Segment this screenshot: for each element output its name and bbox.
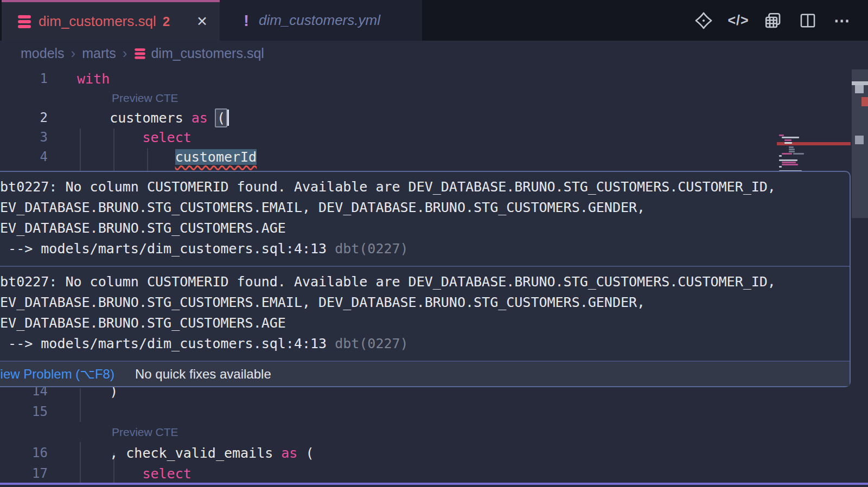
ruler-error-mark bbox=[861, 97, 868, 106]
minimap-code-line bbox=[782, 162, 796, 163]
minimap-code-line bbox=[784, 139, 792, 141]
code-token bbox=[77, 466, 142, 482]
database-icon bbox=[135, 48, 146, 59]
minimap-code-line bbox=[789, 149, 795, 150]
view-problem-link[interactable]: View Problem (⌥F8) bbox=[0, 367, 114, 382]
database-icon bbox=[18, 15, 31, 28]
close-icon[interactable]: ✕ bbox=[194, 12, 210, 30]
ruler-mark bbox=[855, 136, 864, 144]
problem-source-code: dbt(0227) bbox=[335, 336, 408, 351]
code-token: select bbox=[142, 130, 191, 145]
code-row: 4 customerId bbox=[0, 147, 868, 166]
code-row: Preview CTE bbox=[0, 422, 868, 443]
tab-title: dim_customers.yml bbox=[259, 12, 380, 29]
problem-location-line: --> models/marts/dim_customers.sql:4:13d… bbox=[0, 238, 850, 259]
code-line-content: select bbox=[48, 130, 192, 145]
problem-message-line: DEV_DATABASE.BRUNO.STG_CUSTOMERS.EMAIL, … bbox=[0, 197, 850, 217]
code-row: 2 customers as ( bbox=[0, 108, 868, 127]
chevron-right-icon: › bbox=[71, 45, 76, 62]
problem-source-code: dbt(0227) bbox=[335, 241, 408, 257]
problem-message-line: DEV_DATABASE.BRUNO.STG_CUSTOMERS.EMAIL, … bbox=[0, 292, 850, 312]
code-token bbox=[77, 445, 110, 461]
breadcrumb-item-models[interactable]: models bbox=[21, 46, 65, 61]
tab-dim-customers-sql[interactable]: dim_customers.sql 2 ✕ bbox=[2, 0, 220, 41]
line-number: 15 bbox=[0, 404, 48, 419]
tab-dim-customers-yml[interactable]: ! dim_customers.yml bbox=[220, 0, 422, 41]
problem-count-badge: 2 bbox=[163, 14, 170, 29]
codelens-preview-cte[interactable]: Preview CTE bbox=[112, 92, 178, 105]
code-token: ( bbox=[297, 445, 314, 461]
minimap-code-line bbox=[779, 134, 784, 136]
compiled-code-icon[interactable]: </> bbox=[728, 10, 749, 31]
code-token: , check_valid_emails bbox=[110, 445, 273, 461]
code-lines-top: 1withPreview CTE2 customers as (3 select… bbox=[0, 69, 868, 166]
minimap-code-line bbox=[782, 164, 798, 165]
problem-message-line: DEV_DATABASE.BRUNO.STG_CUSTOMERS.AGE bbox=[0, 217, 850, 238]
ruler-mark bbox=[852, 81, 868, 85]
code-row: 15 bbox=[0, 401, 868, 422]
query-results-icon[interactable] bbox=[763, 10, 783, 31]
ruler-mark bbox=[855, 85, 864, 93]
error-token-customerId: customerId bbox=[175, 149, 257, 165]
code-line-content: Preview CTE bbox=[48, 426, 178, 439]
code-line-content: customers as ( bbox=[48, 109, 229, 127]
code-row: 1with bbox=[0, 69, 868, 88]
breadcrumb-item-marts[interactable]: marts bbox=[82, 46, 116, 61]
editor-actions: </> ⋯ bbox=[693, 0, 868, 41]
problem-message-block: dbt0227: No column CUSTOMERID found. Ava… bbox=[0, 266, 850, 361]
code-token: with bbox=[77, 71, 110, 87]
scrollbar-overview-ruler[interactable] bbox=[852, 66, 868, 487]
minimap-code-line bbox=[779, 155, 782, 157]
code-token: ( bbox=[215, 108, 227, 127]
code-token bbox=[77, 149, 175, 165]
tab-title: dim_customers.sql bbox=[39, 13, 156, 30]
code-lines-bottom: 14 )15Preview CTE16 , check_valid_emails… bbox=[0, 381, 868, 484]
problem-location[interactable]: --> models/marts/dim_customers.sql:4:13 bbox=[8, 336, 327, 351]
code-line-content: , check_valid_emails as ( bbox=[48, 445, 314, 461]
line-number: 2 bbox=[0, 110, 48, 125]
chevron-right-icon: › bbox=[123, 45, 127, 62]
code-token: select bbox=[142, 466, 191, 482]
problem-message-line: dbt0227: No column CUSTOMERID found. Ava… bbox=[0, 176, 850, 197]
code-token bbox=[77, 110, 110, 126]
line-number: 4 bbox=[0, 149, 48, 164]
code-token: as bbox=[281, 445, 297, 461]
problem-location-line: --> models/marts/dim_customers.sql:4:13d… bbox=[0, 333, 850, 354]
popup-action-bar: View Problem (⌥F8) No quick fixes availa… bbox=[0, 361, 850, 386]
tab-bar: dim_customers.sql 2 ✕ ! dim_customers.ym… bbox=[0, 0, 868, 41]
code-row: 16 , check_valid_emails as ( bbox=[0, 443, 868, 463]
code-row: 17 select bbox=[0, 463, 868, 484]
code-token: as bbox=[192, 110, 208, 126]
code-row: Preview CTE bbox=[0, 88, 868, 108]
codelens-preview-cte[interactable]: Preview CTE bbox=[112, 426, 178, 439]
more-actions-icon[interactable]: ⋯ bbox=[832, 10, 853, 31]
error-exclamation-icon: ! bbox=[244, 11, 249, 30]
dbt-power-user-icon[interactable] bbox=[693, 10, 714, 31]
minimap-code-line bbox=[782, 153, 792, 155]
text-cursor bbox=[227, 110, 229, 126]
code-token: customers bbox=[110, 110, 183, 126]
minimap-code-line bbox=[784, 142, 792, 144]
problem-message-line: DEV_DATABASE.BRUNO.STG_CUSTOMERS.AGE bbox=[0, 312, 850, 333]
minimap-code-line bbox=[789, 146, 794, 148]
breadcrumb-item-dim_customers.sql[interactable]: dim_customers.sql bbox=[151, 46, 264, 61]
minimap-code-line bbox=[789, 151, 795, 152]
minimap-code-line bbox=[782, 137, 799, 138]
code-token bbox=[77, 130, 142, 145]
line-number: 1 bbox=[0, 71, 48, 86]
code-token bbox=[183, 110, 192, 126]
breadcrumb: models›marts›dim_customers.sql bbox=[0, 41, 868, 66]
problem-location[interactable]: --> models/marts/dim_customers.sql:4:13 bbox=[8, 241, 327, 257]
problem-message-line: dbt0227: No column CUSTOMERID found. Ava… bbox=[0, 271, 850, 292]
code-row: 3 select bbox=[0, 127, 868, 147]
split-editor-icon[interactable] bbox=[797, 10, 818, 31]
no-quick-fixes-label: No quick fixes available bbox=[135, 367, 271, 382]
code-line-content: with bbox=[48, 71, 110, 87]
line-number: 17 bbox=[0, 466, 48, 481]
line-number: 16 bbox=[0, 445, 48, 460]
minimap-code-line bbox=[779, 159, 797, 161]
line-number: 3 bbox=[0, 130, 48, 145]
minimap-code-line bbox=[779, 166, 782, 168]
panel-border-bottom bbox=[0, 483, 868, 485]
code-editor[interactable]: 1withPreview CTE2 customers as (3 select… bbox=[0, 66, 868, 487]
